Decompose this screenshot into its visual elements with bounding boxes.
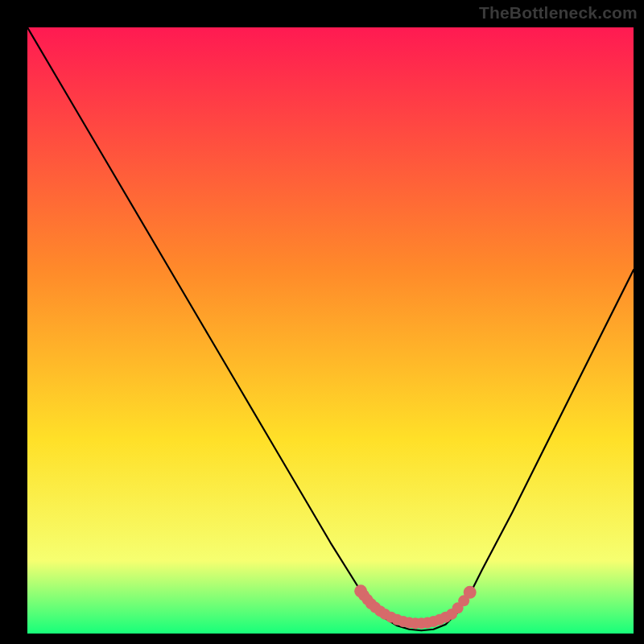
highlight-marker: [464, 586, 477, 599]
chart-container: { "watermark": "TheBottleneck.com", "col…: [0, 0, 644, 644]
watermark-text: TheBottleneck.com: [479, 3, 638, 23]
bottleneck-chart: [27, 27, 634, 634]
